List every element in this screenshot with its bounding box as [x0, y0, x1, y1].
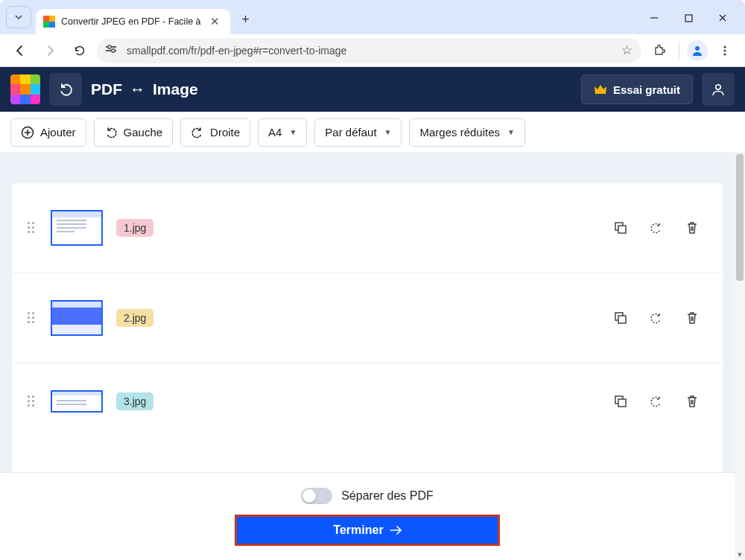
back-button[interactable] — [7, 38, 33, 63]
rotate-button[interactable] — [648, 310, 665, 326]
footer: Séparer des PDF Terminer — [0, 472, 735, 560]
delete-button[interactable] — [684, 220, 700, 236]
svg-rect-1 — [685, 15, 692, 22]
file-row: 3.jpg — [12, 363, 723, 487]
drag-handle[interactable] — [25, 395, 37, 407]
delete-button[interactable] — [684, 393, 700, 410]
rotate-icon — [649, 394, 664, 409]
rotate-icon — [649, 311, 664, 325]
chevron-down-icon: ▼ — [507, 128, 515, 136]
address-bar: smallpdf.com/fr/pdf-en-jpeg#r=convert-to… — [0, 34, 745, 67]
copy-icon — [613, 311, 628, 325]
svg-point-8 — [723, 49, 726, 51]
svg-point-10 — [716, 85, 720, 89]
extensions-button[interactable] — [646, 38, 671, 63]
close-window-button[interactable] — [706, 7, 739, 29]
browser-tab-strip: Convertir JPEG en PDF - Facile à ✕ + — [0, 0, 745, 34]
rotate-left-label: Gauche — [124, 126, 163, 139]
add-button[interactable]: Ajouter — [10, 118, 86, 147]
trial-button[interactable]: Essai gratuit — [581, 74, 693, 104]
size-label: A4 — [268, 126, 282, 139]
file-row: 1.jpg — [12, 183, 723, 273]
title-left: PDF — [91, 80, 122, 98]
rotate-left-button[interactable]: Gauche — [94, 118, 174, 147]
file-thumbnail[interactable] — [51, 300, 103, 336]
arrow-right-icon — [390, 526, 402, 535]
title-right: Image — [153, 80, 198, 98]
site-settings-icon[interactable] — [106, 45, 119, 57]
content-area: 1.jpg 2.jpg — [0, 153, 745, 560]
crown-icon — [594, 84, 607, 95]
toolbar: Ajouter Gauche Droite A4 ▼ Par défaut ▼ … — [0, 112, 745, 153]
duplicate-button[interactable] — [612, 310, 629, 326]
app-title: PDF ↔ Image — [91, 80, 198, 98]
trash-icon — [685, 311, 700, 325]
copy-icon — [613, 220, 628, 235]
drag-handle[interactable] — [25, 222, 37, 234]
finish-button[interactable]: Terminer — [235, 515, 500, 546]
app-logo[interactable] — [10, 74, 40, 104]
finish-label: Terminer — [333, 524, 383, 537]
drag-handle[interactable] — [25, 312, 37, 324]
rotate-button[interactable] — [648, 220, 665, 236]
app-back-button[interactable] — [49, 73, 82, 106]
url-text: smallpdf.com/fr/pdf-en-jpeg#r=convert-to… — [127, 45, 614, 57]
delete-button[interactable] — [684, 310, 700, 326]
url-input[interactable]: smallpdf.com/fr/pdf-en-jpeg#r=convert-to… — [97, 38, 641, 63]
file-thumbnail[interactable] — [51, 210, 103, 246]
orientation-label: Par défaut — [325, 126, 376, 139]
chevron-down-icon — [14, 13, 23, 22]
menu-button[interactable] — [712, 38, 738, 63]
file-actions — [612, 393, 700, 410]
split-toggle[interactable] — [301, 488, 332, 504]
file-name-badge: 2.jpg — [116, 309, 153, 327]
file-actions — [612, 310, 700, 326]
file-actions — [612, 220, 700, 236]
svg-point-5 — [112, 48, 115, 51]
bookmark-icon[interactable]: ☆ — [621, 42, 633, 58]
file-thumbnail[interactable] — [51, 390, 103, 413]
page-size-select[interactable]: A4 ▼ — [258, 118, 307, 147]
svg-rect-15 — [618, 316, 626, 323]
margins-select[interactable]: Marges réduites ▼ — [409, 118, 524, 147]
svg-point-7 — [723, 45, 726, 48]
forward-button[interactable] — [37, 38, 63, 63]
file-row: 2.jpg — [12, 273, 723, 363]
scrollbar[interactable]: ▲ ▼ — [735, 153, 745, 560]
rotate-right-button[interactable]: Droite — [180, 118, 250, 147]
new-tab-button[interactable]: + — [235, 8, 257, 31]
tab-title: Convertir JPEG en PDF - Facile à — [61, 16, 201, 27]
browser-tab[interactable]: Convertir JPEG en PDF - Facile à ✕ — [36, 9, 230, 34]
user-button[interactable] — [702, 73, 735, 106]
orientation-select[interactable]: Par défaut ▼ — [314, 118, 402, 147]
rotate-button[interactable] — [648, 393, 665, 410]
trash-icon — [685, 394, 700, 409]
undo-icon — [57, 81, 74, 98]
reload-button[interactable] — [67, 38, 92, 63]
minimize-button[interactable] — [638, 7, 670, 29]
trial-label: Essai gratuit — [613, 83, 680, 96]
copy-icon — [613, 394, 628, 409]
split-toggle-row: Séparer des PDF — [301, 488, 434, 504]
scroll-down-icon[interactable]: ▼ — [735, 550, 745, 560]
svg-rect-17 — [618, 399, 626, 407]
divider — [679, 42, 679, 60]
chevron-down-icon: ▼ — [384, 128, 392, 136]
plus-circle-icon — [21, 126, 34, 139]
maximize-button[interactable] — [672, 7, 705, 29]
duplicate-button[interactable] — [612, 220, 629, 236]
trash-icon — [685, 220, 700, 235]
tab-close-button[interactable]: ✕ — [207, 15, 223, 28]
favicon-icon — [43, 16, 55, 28]
profile-button[interactable] — [687, 40, 708, 61]
svg-point-4 — [108, 45, 111, 48]
rotate-right-icon — [191, 126, 204, 139]
duplicate-button[interactable] — [612, 393, 629, 410]
tab-search-button[interactable] — [6, 6, 31, 28]
rotate-left-icon — [104, 126, 118, 139]
file-name-badge: 1.jpg — [116, 219, 153, 237]
svg-point-6 — [695, 46, 700, 51]
window-controls — [638, 7, 739, 29]
scrollbar-thumb[interactable] — [736, 154, 744, 281]
app-header: PDF ↔ Image Essai gratuit — [0, 67, 745, 112]
